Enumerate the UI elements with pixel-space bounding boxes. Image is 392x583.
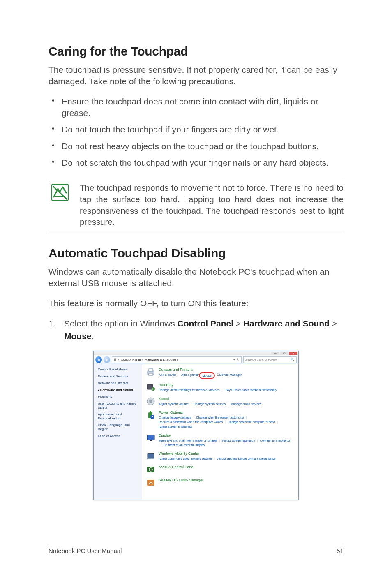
link-add-device[interactable]: Add a device	[159, 372, 176, 379]
footer-left: Notebook PC User Manual	[48, 547, 122, 554]
category-title[interactable]: AutoPlay	[159, 383, 294, 387]
step-item: Select the option in Windows Control Pan…	[48, 317, 344, 342]
sidebar-item-system-security[interactable]: System and Security	[98, 375, 138, 379]
svg-rect-14	[150, 440, 152, 441]
breadcrumb[interactable]: ⊞ ▸ Control Panel ▸ Hardware and Sound ▸…	[112, 356, 242, 363]
address-bar: ◄ ► ⊞ ▸ Control Panel ▸ Hardware and Sou…	[94, 355, 298, 364]
maximize-button[interactable]: ▢	[280, 352, 288, 355]
svg-rect-10	[150, 411, 151, 413]
category-nvidia: NVIDIA Control Panel	[146, 465, 294, 474]
note-icon	[48, 182, 71, 228]
printer-icon	[146, 368, 155, 377]
breadcrumb-seg[interactable]: Control Panel	[121, 358, 141, 361]
close-button[interactable]: ✕	[289, 352, 297, 355]
svg-rect-2	[149, 369, 153, 371]
sidebar-item-home[interactable]: Control Panel Home	[98, 368, 138, 372]
sidebar-item-hardware-sound[interactable]: Hardware and Sound	[98, 388, 138, 392]
link[interactable]: Connect to an external display	[164, 443, 205, 447]
step-text: >	[330, 319, 337, 328]
link[interactable]: Adjust screen brightness	[159, 424, 192, 429]
step-text: .	[92, 331, 94, 341]
section2-heading: Automatic Touchpad Disabling	[48, 246, 344, 260]
svg-rect-13	[147, 435, 154, 440]
category-title[interactable]: Power Options	[159, 410, 294, 414]
link[interactable]: Adjust screen resolution	[222, 438, 255, 443]
link[interactable]: Change when the computer sleeps	[228, 420, 275, 424]
link[interactable]: Adjust settings before giving a presenta…	[217, 456, 276, 461]
svg-rect-16	[147, 458, 154, 459]
power-icon	[146, 410, 155, 419]
svg-rect-17	[147, 467, 154, 472]
step-text: >	[233, 319, 243, 328]
section1-list: Ensure the touchpad does not come into c…	[48, 96, 344, 169]
link[interactable]: Make text and other items larger or smal…	[159, 438, 217, 443]
link[interactable]: Adjust commonly used mobility settings	[159, 456, 212, 461]
category-title[interactable]: NVIDIA Control Panel	[159, 465, 294, 469]
link[interactable]: Connect to a projector	[260, 438, 291, 443]
link[interactable]: Change default settings for media or dev…	[159, 388, 219, 392]
list-item: Do not scratch the touchpad with your fi…	[48, 157, 344, 169]
list-item: Ensure the touchpad does not come into c…	[48, 96, 344, 119]
note-block: The touchpad responds to movement not to…	[48, 178, 344, 232]
list-item: Do not rest heavy objects on the touchpa…	[48, 141, 344, 152]
sidebar-item-appearance[interactable]: Appearance and Personalization	[98, 412, 138, 420]
link-add-printer[interactable]: Add a printer	[181, 372, 199, 379]
step-bold: Hardware and Sound	[243, 319, 330, 328]
link[interactable]: Require a password when the computer wak…	[159, 420, 223, 424]
screenshot-figure: — ▢ ✕ ◄ ► ⊞ ▸ Control Panel ▸ Hardware a…	[48, 351, 344, 500]
search-icon: 🔍	[291, 358, 295, 361]
category-mobility-center: Windows Mobility Center Adjust commonly …	[146, 451, 294, 461]
svg-rect-3	[149, 373, 153, 375]
link-device-manager[interactable]: Device Manager	[219, 372, 242, 379]
steps-list: Select the option in Windows Control Pan…	[48, 317, 344, 342]
sidebar-item-ease-of-access[interactable]: Ease of Access	[98, 434, 138, 438]
category-title[interactable]: Display	[159, 433, 294, 437]
step-text: Select the option in Windows	[64, 319, 177, 328]
list-item: Do not touch the touchpad if your finger…	[48, 124, 344, 135]
link[interactable]: Change system sounds	[194, 402, 226, 406]
minimize-button[interactable]: —	[271, 352, 279, 355]
link[interactable]: Change what the power buttons do	[196, 415, 244, 420]
category-sound: Sound Adjust system volume| Change syste…	[146, 397, 294, 406]
chevron-right-icon: ▸	[142, 358, 143, 361]
link[interactable]: Change battery settings	[159, 415, 191, 420]
category-devices-printers: Devices and Printers Add a device| Add a…	[146, 368, 294, 379]
speaker-icon	[146, 397, 155, 406]
page-footer: Notebook PC User Manual 51	[48, 544, 344, 554]
link[interactable]: Play CDs or other media automatically	[224, 388, 277, 392]
page-number: 51	[337, 547, 344, 554]
category-title[interactable]: Devices and Printers	[159, 368, 294, 372]
sidebar-item-user-accounts[interactable]: User Accounts and Family Safety	[98, 402, 138, 409]
svg-rect-12	[152, 416, 153, 417]
section2-p2: This feature is normally OFF, to turn ON…	[48, 298, 344, 309]
category-title[interactable]: Sound	[159, 397, 294, 401]
breadcrumb-icon: ⊞	[114, 358, 117, 361]
refresh-icon[interactable]: ↻	[237, 358, 240, 361]
search-input[interactable]: Search Control Panel 🔍	[243, 356, 297, 363]
chevron-down-icon[interactable]: ▾	[233, 358, 235, 361]
link-mouse[interactable]: Mouse	[199, 372, 215, 379]
category-display: Display Make text and other items larger…	[146, 433, 294, 448]
breadcrumb-seg[interactable]: Hardware and Sound	[145, 358, 176, 361]
sidebar-item-programs[interactable]: Programs	[98, 395, 138, 399]
nvidia-icon	[146, 465, 155, 474]
realtek-icon	[146, 478, 155, 487]
category-title[interactable]: Windows Mobility Center	[159, 451, 294, 456]
sidebar-item-network-internet[interactable]: Network and Internet	[98, 381, 138, 385]
forward-button[interactable]: ►	[104, 356, 110, 363]
link[interactable]: Adjust system volume	[159, 402, 189, 406]
category-power-options: Power Options Change battery settings| C…	[146, 410, 294, 429]
link[interactable]: Manage audio devices	[231, 402, 261, 406]
window-titlebar: — ▢ ✕	[94, 351, 298, 355]
sidebar-item-clock-language[interactable]: Clock, Language, and Region	[98, 423, 138, 431]
category-title[interactable]: Realtek HD Audio Manager	[159, 478, 294, 482]
section1-heading: Caring for the Touchpad	[48, 44, 344, 58]
document-page: Caring for the Touchpad The touchpad is …	[0, 0, 392, 583]
back-button[interactable]: ◄	[95, 356, 102, 363]
chevron-right-icon: ▸	[118, 358, 120, 361]
category-realtek: Realtek HD Audio Manager	[146, 478, 294, 487]
note-text: The touchpad responds to movement not to…	[80, 182, 344, 228]
mobility-icon	[146, 451, 155, 460]
step-bold: Control Panel	[177, 319, 233, 328]
svg-point-8	[149, 400, 152, 403]
